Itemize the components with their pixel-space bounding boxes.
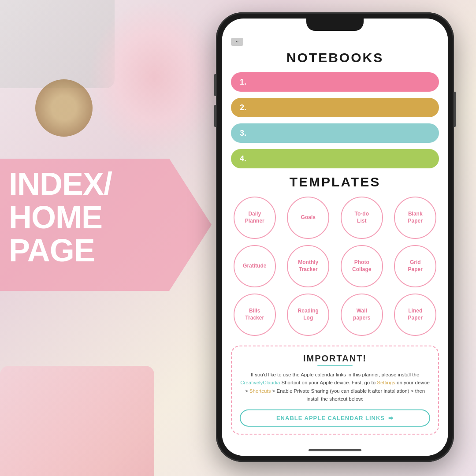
templates-grid: DailyPlanner Goals To-doList BlankPaper … [231,197,439,336]
important-body: If you'd like to use the Apple calendar … [240,371,430,403]
link-settings[interactable]: Settings [377,380,395,385]
notebooks-title: NOTEBOOKS [231,50,439,65]
screen-content[interactable]: ~ NOTEBOOKS 1. 2. 3. 4. TEMPLATES DailyP… [222,31,448,456]
template-blank-paper[interactable]: BlankPaper [394,197,436,239]
template-photo-collage[interactable]: PhotoCollage [341,245,383,287]
template-goals[interactable]: Goals [287,197,329,239]
template-todo-list[interactable]: To-doList [341,197,383,239]
phone-home-indicator [309,449,361,451]
template-monthly-tracker[interactable]: MonthlyTracker [287,245,329,287]
index-line2: HOME [9,201,176,234]
notebook-item-1[interactable]: 1. [231,72,439,92]
important-underline [317,365,353,366]
template-reading-log[interactable]: ReadingLog [287,294,329,336]
enable-btn-label: ENABLE APPLE CALENDAR LINKS [276,415,385,421]
bg-coffee-decoration [35,79,93,137]
phone-notch [306,19,364,31]
important-title: IMPORTANT! [240,353,430,364]
notebook-item-2[interactable]: 2. [231,98,439,117]
template-grid-paper[interactable]: GridPaper [394,245,436,287]
template-gratitude[interactable]: Gratitude [234,245,276,287]
notebook-number-4: 4. [240,154,246,164]
enable-calendar-links-button[interactable]: ENABLE APPLE CALENDAR LINKS ➡ [240,409,430,427]
link-shortcuts[interactable]: Shortcuts [249,388,271,394]
side-btn-power [454,92,456,127]
notebook-item-4[interactable]: 4. [231,149,439,168]
templates-title: TEMPLATES [231,175,439,190]
template-lined-paper[interactable]: LinedPaper [394,294,436,336]
side-btn-volume-up [214,74,216,96]
template-bills-tracker[interactable]: BillsTracker [234,294,276,336]
important-box: IMPORTANT! If you'd like to use the Appl… [231,346,439,435]
index-line1: INDEX/ [9,167,176,201]
phone-screen: ~ NOTEBOOKS 1. 2. 3. 4. TEMPLATES DailyP… [222,19,448,456]
notebook-item-3[interactable]: 3. [231,123,439,143]
side-btn-volume-down [214,105,216,127]
bg-notebooks-decoration [0,366,154,476]
index-home-page-label: INDEX/ HOME PAGE [9,167,176,268]
index-line3: PAGE [9,234,176,268]
notebook-number-2: 2. [240,103,246,112]
bg-flowers-decoration [88,0,220,154]
notebook-number-1: 1. [240,78,246,87]
status-bar: ~ [231,38,439,46]
notebook-number-3: 3. [240,129,246,138]
arrow-icon: ➡ [388,415,394,421]
link-creatively-claudia[interactable]: CreativelyClaudia [240,380,280,385]
phone-frame: ~ NOTEBOOKS 1. 2. 3. 4. TEMPLATES DailyP… [216,12,454,462]
template-wallpapers[interactable]: Wallpapers [341,294,383,336]
template-daily-planner[interactable]: DailyPlanner [234,197,276,239]
status-icon: ~ [231,38,243,46]
